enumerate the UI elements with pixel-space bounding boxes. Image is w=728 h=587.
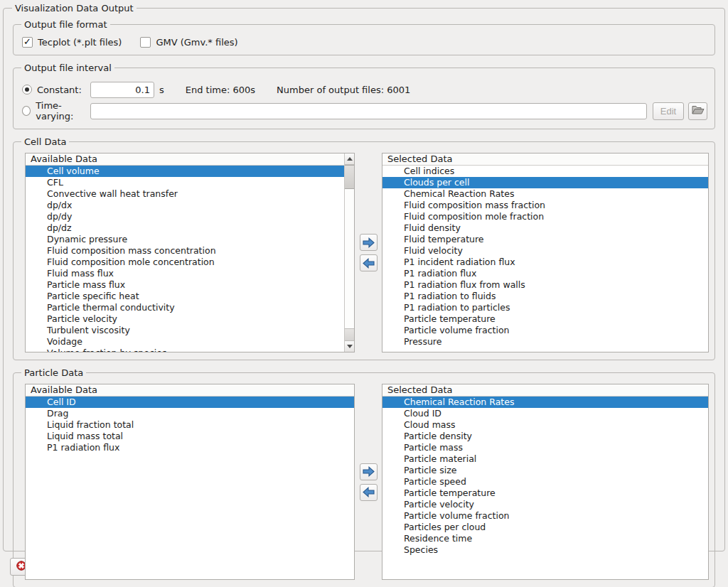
list-item[interactable]: Species xyxy=(382,544,708,556)
list-item[interactable]: Convective wall heat transfer xyxy=(26,188,344,200)
number-of-output-files-label: Number of output files: 6001 xyxy=(277,85,410,95)
scroll-down-button[interactable] xyxy=(345,340,354,352)
list-item[interactable]: Particle mass flux xyxy=(26,279,344,291)
cell-selected-header: Selected Data xyxy=(382,154,708,166)
list-item[interactable]: Particle volume fraction xyxy=(382,510,708,522)
cell-available-scrollbar[interactable] xyxy=(344,154,354,352)
list-item[interactable]: Liquid mass total xyxy=(26,431,354,442)
cell-available-header: Available Data xyxy=(26,154,344,166)
list-item[interactable]: Particle thermal conductivity xyxy=(26,302,344,313)
list-item[interactable]: Drag xyxy=(26,408,354,419)
list-item[interactable]: Particle density xyxy=(382,431,708,442)
time-varying-radio[interactable]: Time-varying: xyxy=(22,100,90,122)
particle-remove-button[interactable] xyxy=(360,484,378,501)
cell-selected-list[interactable]: Selected Data Cell indicesClouds per cel… xyxy=(382,153,709,352)
list-item[interactable]: Particle velocity xyxy=(26,313,344,325)
list-item[interactable]: Volume fraction by species xyxy=(26,348,344,352)
list-item[interactable]: Residence time xyxy=(382,533,708,544)
list-item[interactable]: Cell indices xyxy=(382,166,708,177)
list-item[interactable]: Particle size xyxy=(382,465,708,476)
time-varying-radio-circle[interactable] xyxy=(22,106,31,116)
list-item[interactable]: P1 radiation flux xyxy=(382,268,708,279)
list-item[interactable]: Chemical Reaction Rates xyxy=(382,188,708,200)
output-file-format-group: Output file format ✓ Tecplot (*.plt file… xyxy=(13,19,715,55)
scroll-up-button[interactable] xyxy=(345,154,354,165)
particle-data-group: Particle Data Available Data Cell IDDrag… xyxy=(13,367,715,587)
list-item[interactable]: P1 radiation to fluids xyxy=(382,291,708,302)
list-item[interactable]: Cloud mass xyxy=(382,419,708,431)
list-item[interactable]: Dynamic pressure xyxy=(26,234,344,245)
list-item[interactable]: Chemical Reaction Rates xyxy=(382,397,708,408)
particle-available-header: Available Data xyxy=(26,384,354,397)
cell-data-group: Cell Data Available Data Cell volumeCFLC… xyxy=(13,136,715,360)
edit-button[interactable]: Edit xyxy=(653,102,684,120)
list-item[interactable]: dp/dy xyxy=(26,211,344,222)
tecplot-checkbox-box[interactable]: ✓ xyxy=(22,37,33,48)
list-item[interactable]: Fluid temperature xyxy=(382,234,708,245)
gmv-checkbox[interactable]: ✓ GMV (Gmv.* files) xyxy=(140,37,237,48)
cell-data-title: Cell Data xyxy=(21,136,69,147)
particle-selected-header: Selected Data xyxy=(382,384,708,397)
tecplot-checkbox-label: Tecplot (*.plt files) xyxy=(38,37,122,48)
list-item[interactable]: Turbulent viscosity xyxy=(26,325,344,336)
list-item[interactable]: Particle specific heat xyxy=(26,291,344,302)
list-item[interactable]: Voidage xyxy=(26,336,344,348)
particle-selected-list[interactable]: Selected Data Chemical Reaction RatesClo… xyxy=(382,384,709,580)
list-item[interactable]: Cell ID xyxy=(26,397,354,408)
list-item[interactable]: Fluid mass flux xyxy=(26,268,344,279)
open-folder-icon xyxy=(692,104,705,117)
list-item[interactable]: dp/dx xyxy=(26,200,344,211)
scroll-down-icon xyxy=(347,345,353,348)
cell-add-button[interactable] xyxy=(360,234,378,251)
arrow-left-icon xyxy=(362,257,375,269)
list-item[interactable]: Fluid density xyxy=(382,222,708,234)
list-item[interactable]: Particle speed xyxy=(382,476,708,488)
constant-radio-circle[interactable] xyxy=(22,85,32,95)
output-file-interval-title: Output file interval xyxy=(21,63,114,73)
list-item[interactable]: P1 incident radiation flux xyxy=(382,257,708,268)
list-item[interactable]: Fluid composition mole concentration xyxy=(26,257,344,268)
output-file-interval-group: Output file interval Constant: s End tim… xyxy=(13,63,715,129)
cell-available-list[interactable]: Available Data Cell volumeCFLConvective … xyxy=(25,153,355,352)
list-item[interactable]: Pressure xyxy=(382,336,708,348)
list-item[interactable]: Particle velocity xyxy=(382,499,708,510)
list-item[interactable]: CFL xyxy=(26,177,344,188)
list-item[interactable]: Cloud ID xyxy=(382,408,708,419)
gmv-checkbox-box[interactable]: ✓ xyxy=(140,37,151,48)
time-varying-input[interactable] xyxy=(90,103,647,119)
list-item[interactable]: Fluid composition mole fraction xyxy=(382,211,708,222)
particle-add-button[interactable] xyxy=(360,463,378,480)
list-item[interactable]: Fluid velocity xyxy=(382,245,708,257)
list-item[interactable]: Particle temperature xyxy=(382,313,708,325)
scrollbar-endcap xyxy=(345,328,354,340)
list-item[interactable]: Particles per cloud xyxy=(382,522,708,533)
list-item[interactable]: Particle mass xyxy=(382,442,708,453)
scroll-up-icon xyxy=(347,157,353,161)
open-file-button[interactable] xyxy=(688,102,707,120)
constant-interval-input[interactable] xyxy=(90,82,154,98)
arrow-right-icon xyxy=(362,465,375,478)
list-item[interactable]: Cell volume xyxy=(26,166,344,177)
list-item[interactable]: P1 radiation flux from walls xyxy=(382,279,708,291)
list-item[interactable]: Clouds per cell xyxy=(382,177,708,188)
scrollbar-thumb[interactable] xyxy=(345,165,354,189)
particle-available-list[interactable]: Available Data Cell IDDragLiquid fractio… xyxy=(25,384,355,580)
output-file-format-title: Output file format xyxy=(21,19,110,30)
radio-dot xyxy=(25,87,29,92)
cell-remove-button[interactable] xyxy=(360,254,378,271)
constant-radio[interactable]: Constant: xyxy=(22,85,90,95)
list-item[interactable]: Liquid fraction total xyxy=(26,419,354,431)
list-item[interactable]: Particle temperature xyxy=(382,488,708,499)
arrow-right-icon xyxy=(362,237,375,249)
scrollbar-track[interactable] xyxy=(345,189,354,328)
tecplot-checkbox[interactable]: ✓ Tecplot (*.plt files) xyxy=(22,37,122,48)
list-item[interactable]: dp/dz xyxy=(26,222,344,234)
list-item[interactable]: P1 radiation to particles xyxy=(382,302,708,313)
constant-radio-label: Constant: xyxy=(37,85,82,95)
list-item[interactable]: Fluid composition mass fraction xyxy=(382,200,708,211)
end-time-label: End time: 600s xyxy=(186,85,255,95)
list-item[interactable]: Particle volume fraction xyxy=(382,325,708,336)
list-item[interactable]: P1 radiation flux xyxy=(26,442,354,453)
list-item[interactable]: Fluid composition mass concentration xyxy=(26,245,344,257)
list-item[interactable]: Particle material xyxy=(382,453,708,465)
